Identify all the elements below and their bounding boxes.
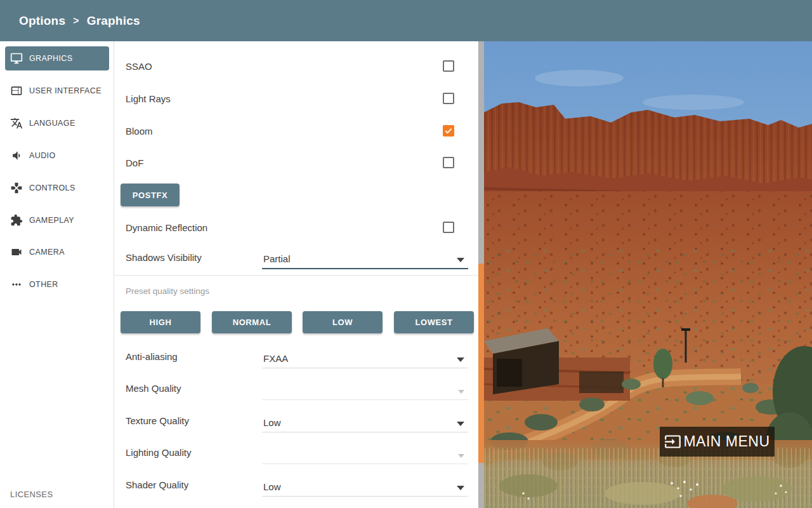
sidebar-item-other[interactable]: OTHER — [5, 272, 109, 297]
sidebar-item-controls[interactable]: CONTROLS — [5, 176, 109, 200]
dropdown-value: Partial — [263, 253, 291, 264]
setting-label: Anti-aliasing — [126, 351, 178, 362]
preset-low-button[interactable]: LOW — [303, 311, 383, 333]
setting-label: DoF — [126, 157, 143, 168]
header: Options > Graphics — [0, 0, 812, 41]
section-divider — [115, 275, 478, 276]
sidebar-item-gameplay[interactable]: GAMEPLAY — [5, 208, 109, 232]
setting-label: Light Rays — [126, 93, 171, 104]
setting-row-texture-quality: Texture Quality Low — [126, 406, 468, 434]
settings-panel: SSAO Light Rays Bloom DoF Dynamic Reflec… — [115, 41, 478, 508]
dropdown-value: FXAA — [263, 353, 288, 364]
postfx-button[interactable]: POSTFX — [121, 184, 180, 206]
anti-aliasing-dropdown[interactable]: FXAA — [262, 348, 468, 368]
setting-label: Texture Quality — [126, 415, 189, 426]
setting-row-bloom: Bloom — [126, 119, 468, 142]
setting-row-anti-aliasing: Anti-aliasing FXAA — [126, 342, 468, 370]
texture-quality-dropdown[interactable]: Low — [262, 412, 468, 432]
videocam-icon — [10, 246, 23, 258]
mesh-quality-dropdown — [262, 380, 468, 400]
dpad-icon — [10, 182, 23, 194]
setting-label: SSAO — [126, 61, 152, 72]
chevron-down-icon — [458, 454, 464, 458]
sidebar: GRAPHICSUSER INTERFACELANGUAGEAUDIOCONTR… — [0, 41, 114, 508]
main-menu-label: MAIN MENU — [683, 433, 769, 450]
speaker-icon — [10, 149, 23, 162]
checkbox-light-rays[interactable] — [443, 93, 454, 104]
chevron-down-icon — [457, 422, 464, 426]
sidebar-item-label: GAMEPLAY — [29, 216, 74, 225]
checkbox-dynamic-reflection[interactable] — [443, 222, 454, 233]
checkbox-dof[interactable] — [443, 157, 454, 168]
lighting-quality-dropdown — [262, 444, 468, 464]
breadcrumb-separator: > — [73, 15, 79, 27]
sidebar-item-label: CONTROLS — [29, 184, 75, 192]
panel-scrollbar[interactable] — [478, 41, 484, 508]
setting-row-dynamic-reflection: Dynamic Reflection — [126, 216, 468, 239]
sidebar-item-label: USER INTERFACE — [29, 86, 102, 95]
preset-high-button[interactable]: HIGH — [121, 311, 200, 333]
dropdown-value: Low — [263, 481, 281, 492]
setting-row-light-rays: Light Rays — [126, 87, 468, 110]
setting-label: Mesh Quality — [126, 383, 181, 394]
window-icon — [10, 84, 23, 97]
sidebar-item-label: LANGUAGE — [29, 119, 75, 128]
setting-row-lighting-quality: Lighting Quality — [126, 438, 468, 466]
dots-icon — [10, 278, 23, 291]
dropdown-value: Low — [263, 417, 281, 428]
breadcrumb-options[interactable]: Options — [19, 14, 65, 28]
setting-row-ssao: SSAO — [126, 55, 468, 77]
setting-label: Lighting Quality — [126, 447, 191, 458]
preset-normal-button[interactable]: NORMAL — [212, 311, 292, 333]
shader-quality-dropdown[interactable]: Low — [262, 476, 468, 497]
chevron-down-icon — [457, 258, 464, 262]
sidebar-item-label: OTHER — [29, 280, 58, 289]
setting-label: Dynamic Reflection — [126, 222, 207, 233]
chevron-down-icon — [457, 358, 464, 362]
sidebar-item-label: GRAPHICS — [29, 54, 73, 63]
sidebar-item-graphics[interactable]: GRAPHICS — [5, 46, 109, 70]
sidebar-item-user-interface[interactable]: USER INTERFACE — [5, 79, 109, 103]
setting-label: Shader Quality — [126, 479, 188, 490]
checkbox-ssao[interactable] — [443, 60, 454, 72]
setting-label: Shadows Visibility — [126, 252, 202, 263]
breadcrumb: Options > Graphics — [0, 14, 140, 28]
sidebar-item-camera[interactable]: CAMERA — [5, 240, 109, 264]
sidebar-item-language[interactable]: LANGUAGE — [5, 111, 109, 135]
monitor-icon — [10, 52, 23, 65]
chevron-down-icon — [457, 486, 464, 490]
puzzle-icon — [10, 214, 23, 227]
sidebar-item-label: AUDIO — [29, 151, 56, 160]
game-scene-preview: MAIN MENU — [484, 41, 812, 508]
preset-lowest-button[interactable]: LOWEST — [394, 311, 474, 333]
licenses-link[interactable]: LICENSES — [10, 490, 53, 499]
setting-row-mesh-quality: Mesh Quality — [126, 374, 468, 402]
enter-box-icon — [664, 433, 681, 450]
shadows-visibility-dropdown[interactable]: Partial — [262, 249, 468, 269]
setting-row-shadows-visibility: Shadows Visibility Partial — [126, 243, 468, 271]
main-menu-button[interactable]: MAIN MENU — [660, 427, 775, 457]
chevron-down-icon — [458, 390, 464, 394]
setting-row-dof: DoF — [126, 151, 468, 174]
setting-row-shader-quality: Shader Quality Low — [126, 471, 468, 498]
sidebar-item-label: CAMERA — [29, 248, 65, 257]
translate-icon — [10, 117, 23, 130]
setting-label: Bloom — [126, 126, 153, 137]
check-icon — [444, 126, 453, 135]
preset-caption: Preset quality settings — [126, 286, 209, 296]
breadcrumb-graphics: Graphics — [87, 14, 140, 28]
scrollbar-thumb[interactable] — [478, 264, 484, 463]
sidebar-item-audio[interactable]: AUDIO — [5, 144, 109, 168]
checkbox-bloom[interactable] — [443, 125, 454, 137]
